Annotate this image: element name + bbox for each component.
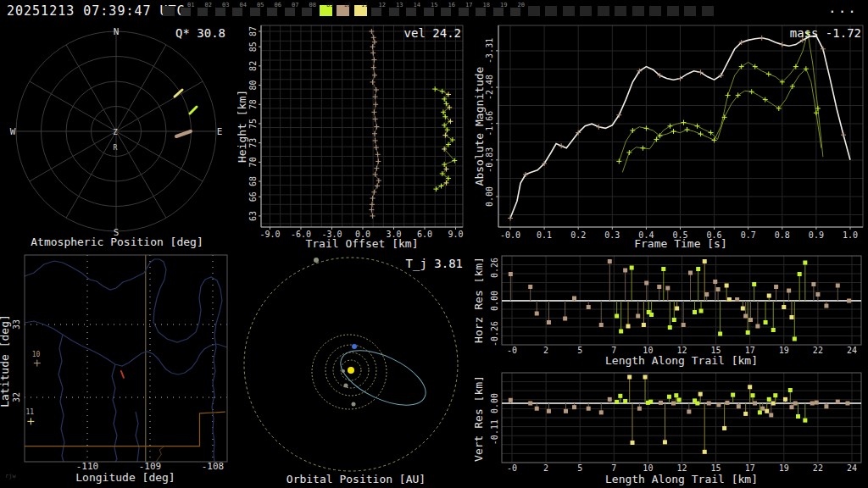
svg-text:73: 73 — [248, 138, 258, 148]
svg-text:9.0: 9.0 — [448, 230, 463, 239]
magnitude-plot-layer: 0.00-0.83-1.66-2.48-3.31-0.00.10.20.30.4… — [485, 25, 863, 240]
camera-cell-18[interactable]: 18 — [476, 3, 490, 18]
svg-text:17: 17 — [745, 463, 755, 473]
camera-cell-01[interactable]: 01 — [181, 3, 195, 18]
svg-text:-0.11: -0.11 — [490, 419, 499, 445]
camera-cell-07[interactable]: 07 — [285, 3, 299, 18]
svg-text:2: 2 — [543, 346, 548, 355]
velocity-stat-value: vel 24.2 — [404, 26, 461, 40]
vert-res-plot-layer: 0.00-0.11-025710121517192224 — [490, 373, 861, 473]
svg-text:19: 19 — [779, 346, 789, 355]
svg-text:0.00: 0.00 — [485, 186, 494, 207]
camera-cell-04[interactable]: 04 — [232, 3, 247, 18]
svg-text:2: 2 — [543, 463, 548, 473]
camera-cell-blank[interactable] — [528, 3, 542, 18]
svg-text:-0.0: -0.0 — [500, 230, 520, 240]
camera-cell-blank[interactable] — [615, 3, 629, 18]
camera-cell-03[interactable]: 03 — [215, 3, 230, 18]
svg-text:7: 7 — [611, 463, 616, 473]
svg-text:10: 10 — [643, 463, 653, 473]
svg-text:0.00: 0.00 — [490, 393, 499, 413]
camera-cell-14[interactable]: 14 — [406, 3, 420, 18]
atmos-panel-title: Atmospheric Position [deg] — [31, 236, 203, 248]
camera-cell-16[interactable]: 16 — [441, 3, 455, 18]
camera-cell-blank[interactable] — [702, 3, 716, 18]
camera-cell-blank[interactable] — [667, 3, 682, 18]
svg-text:80: 80 — [248, 80, 258, 91]
camera-cell-13[interactable]: 13 — [389, 3, 403, 18]
svg-text:0.8: 0.8 — [775, 230, 790, 240]
atmospheric-position-panel: N E S W Z R Q* 30.8 Atmospheric Position… — [0, 20, 237, 251]
q-stat-value: Q* 30.8 — [175, 26, 225, 40]
vert-y-axis-label: Vert Res [km] — [475, 375, 485, 462]
mag-x-axis-label: Frame Time [s] — [634, 237, 727, 250]
svg-text:87: 87 — [248, 26, 258, 36]
camera-cell-20[interactable]: 20 — [510, 3, 525, 18]
svg-text:12: 12 — [676, 463, 687, 473]
meteor-console: 20251213 07:39:47 UTC 010203040506070809… — [0, 0, 868, 488]
utc-timestamp: 20251213 07:39:47 UTC — [7, 3, 186, 19]
svg-text:24: 24 — [847, 346, 857, 355]
svg-text:82: 82 — [248, 61, 258, 71]
camera-cell-10[interactable]: 10 — [337, 3, 351, 18]
svg-text:0.9: 0.9 — [809, 230, 824, 240]
camera-cell-blank[interactable] — [598, 3, 612, 18]
svg-text:63: 63 — [248, 211, 258, 221]
tisserand-stat-value: T_j 3.81 — [406, 257, 463, 271]
svg-text:66: 66 — [248, 191, 258, 202]
trail-offset-panel: 8785828078757370686663-9.0-6.0-3.00.03.0… — [237, 20, 475, 251]
orbit-plot-layer — [244, 258, 458, 471]
map-x-axis-label: Longitude [deg] — [75, 471, 175, 484]
svg-text:24: 24 — [847, 463, 857, 473]
svg-text:15: 15 — [711, 463, 721, 473]
camera-cell-09[interactable]: 09 — [320, 3, 334, 18]
camera-cell-blank[interactable] — [632, 3, 647, 18]
svg-text:22: 22 — [813, 463, 823, 473]
camera-cell-05[interactable]: 05 — [250, 3, 264, 18]
camera-cell-19[interactable]: 19 — [493, 3, 508, 18]
trail-y-axis-label: Height [km] — [237, 90, 248, 163]
camera-cell-blank[interactable] — [545, 3, 559, 18]
ground-track-map-panel: 3332-110-109-1081011 Longitude [deg] Lat… — [0, 251, 237, 488]
camera-cell-blank[interactable] — [580, 3, 594, 18]
svg-text:5: 5 — [577, 346, 582, 355]
svg-text:6.0: 6.0 — [417, 230, 432, 239]
svg-text:0.7: 0.7 — [741, 230, 756, 240]
svg-text:10: 10 — [32, 351, 41, 358]
compass-east-label: E — [217, 126, 223, 137]
vertical-residuals-panel: 0.00-0.11-025710121517192224 Length Alon… — [475, 368, 868, 488]
camera-cell-15[interactable]: 15 — [424, 3, 438, 18]
mag-y-axis-label: Absolute Magnitude — [475, 66, 486, 186]
svg-text:-0: -0 — [507, 346, 517, 355]
camera-cell-02[interactable]: 02 — [198, 3, 212, 18]
svg-text:-3.31: -3.31 — [485, 38, 494, 64]
vert-x-axis-label: Length Along Trail [km] — [605, 473, 758, 485]
radiant-label: R — [114, 144, 118, 152]
horz-x-axis-label: Length Along Trail [km] — [605, 354, 758, 367]
svg-text:-108: -108 — [202, 461, 225, 472]
watermark-text: rjw — [5, 473, 16, 480]
camera-cell-08[interactable]: 08 — [302, 3, 316, 18]
mass-stat-value: mass -1.72 — [790, 26, 861, 40]
svg-text:19: 19 — [779, 463, 789, 473]
svg-text:11: 11 — [25, 408, 34, 416]
light-curve-panel: 0.00-0.83-1.66-2.48-3.31-0.00.10.20.30.4… — [475, 20, 868, 251]
camera-cell-06[interactable]: 06 — [267, 3, 281, 18]
camera-cell-blank[interactable] — [684, 3, 698, 18]
camera-cell-blank[interactable] — [649, 3, 664, 18]
svg-text:-0.83: -0.83 — [485, 147, 494, 173]
camera-cell-blank[interactable] — [563, 3, 577, 18]
svg-text:-1.66: -1.66 — [485, 111, 494, 136]
horz-res-plot-layer: 0.260.00-0.26-025710121517192224 — [490, 256, 861, 355]
svg-text:22: 22 — [813, 346, 823, 355]
overflow-menu-icon[interactable]: ... — [828, 0, 858, 16]
camera-cell-blank[interactable] — [163, 3, 177, 18]
camera-cell-17[interactable]: 17 — [459, 3, 473, 18]
svg-text:0.00: 0.00 — [490, 291, 499, 311]
camera-cell-12[interactable]: 12 — [371, 3, 386, 18]
svg-text:33: 33 — [12, 319, 21, 330]
camera-cell-11[interactable]: 11 — [354, 3, 369, 18]
svg-text:-2.48: -2.48 — [485, 75, 494, 100]
svg-text:0.1: 0.1 — [537, 230, 552, 240]
horz-y-axis-label: Horz Res [km] — [475, 257, 485, 343]
